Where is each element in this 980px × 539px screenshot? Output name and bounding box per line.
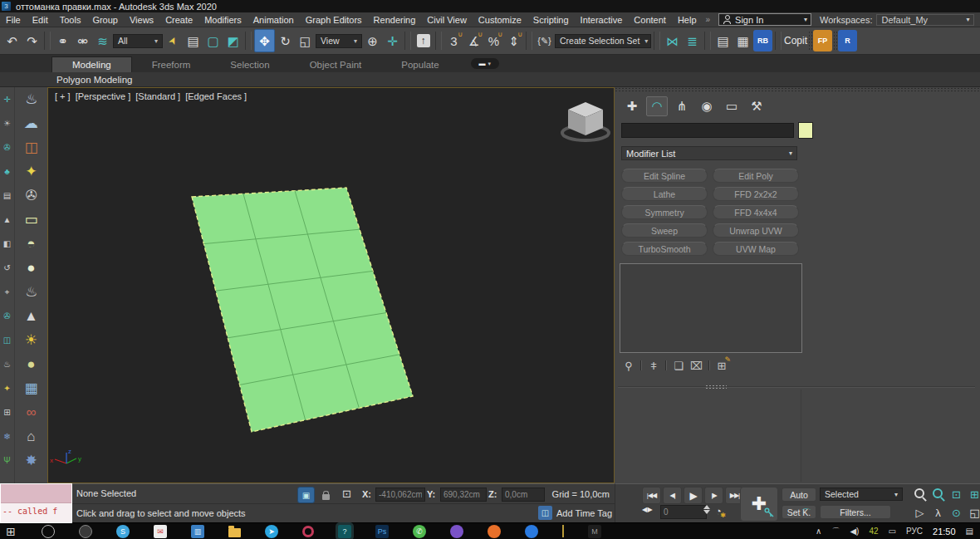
modifier-button[interactable]: UVW Map <box>713 242 799 256</box>
menu-item[interactable]: Tools <box>54 15 87 25</box>
z-coordinate-input[interactable] <box>502 488 545 502</box>
notification-center-icon[interactable]: ▤ <box>966 527 973 536</box>
language-indicator[interactable]: РУС <box>906 527 923 536</box>
menu-item[interactable]: Civil View <box>421 15 472 25</box>
workspace-dropdown[interactable]: Default_My <box>876 14 974 26</box>
taskbar-red-ring[interactable] <box>302 526 314 537</box>
snow-small-icon[interactable]: ❄ <box>0 424 14 448</box>
clock[interactable]: 21:50 <box>933 527 956 537</box>
taskbar-folder[interactable] <box>228 528 241 537</box>
time-configuration-icon[interactable]: ◔ <box>715 505 722 517</box>
target-small-icon[interactable]: ⌖ <box>0 280 14 304</box>
tablet-mode-icon[interactable]: ▭ <box>889 527 896 536</box>
listener-output-line[interactable]: -- called f <box>1 503 71 519</box>
cone-icon[interactable]: ▲ <box>15 304 47 328</box>
taskbar-mail[interactable]: ✉ <box>154 525 167 538</box>
menu-item[interactable]: Help <box>672 15 703 25</box>
layer-explorer-icon[interactable]: ▤ <box>713 30 733 51</box>
ribbon-tab[interactable]: Object Paint <box>290 57 382 72</box>
remove-modifier-icon[interactable]: ⌧ <box>690 358 703 373</box>
viewcube[interactable] <box>562 102 609 140</box>
taskbar-3dsmax-logo[interactable]: M <box>588 525 601 538</box>
selection-filter-dropdown[interactable]: All <box>113 30 163 51</box>
x-coordinate-input[interactable] <box>375 488 425 502</box>
box-small-icon[interactable]: ⊞ <box>0 400 14 424</box>
render-frame-icon[interactable]: ◫ <box>15 135 47 159</box>
select-object-icon[interactable]: ➤ <box>164 30 183 51</box>
menu-item[interactable]: File <box>0 15 27 25</box>
tab-hierarchy[interactable]: ⋔ <box>671 96 693 116</box>
ribbon-tab[interactable]: Selection <box>210 57 289 72</box>
taskbar-search[interactable] <box>42 525 55 538</box>
select-and-manipulate-icon[interactable]: ✛ <box>383 30 402 51</box>
scene-explorer-icon[interactable]: ▦ <box>733 30 752 51</box>
key-filters-icon[interactable]: ⌒ <box>801 507 811 521</box>
y-coordinate-input[interactable] <box>440 488 487 502</box>
menu-item[interactable]: Animation <box>247 15 300 25</box>
sphere-yellow-icon[interactable]: ● <box>15 352 47 376</box>
taskbar-orange-app[interactable] <box>488 525 501 538</box>
select-by-name-icon[interactable]: ▤ <box>184 30 203 51</box>
camera-icon[interactable]: ✇ <box>15 184 47 208</box>
menu-item[interactable]: Modifiers <box>198 15 247 25</box>
taskbar-whatsapp[interactable]: ✆ <box>413 525 426 538</box>
panel-drag-handle[interactable] <box>615 87 980 93</box>
ribbon-tab[interactable]: Modeling <box>51 56 132 72</box>
scatter-rock-icon[interactable]: ✸ <box>15 448 47 473</box>
teapot-small-icon[interactable]: ♨ <box>0 352 14 376</box>
menu-item[interactable]: Create <box>159 15 198 25</box>
modifier-button[interactable]: Sweep <box>621 223 708 238</box>
molecule-icon[interactable]: ∞ <box>15 400 47 424</box>
spire-small-icon[interactable]: ▲ <box>0 208 14 232</box>
spinner-snap-icon[interactable]: ⇕ <box>504 30 523 51</box>
key-filters-button[interactable]: Filters... <box>820 505 891 519</box>
taskbar-viber[interactable] <box>450 525 463 538</box>
current-frame-input[interactable] <box>660 505 707 519</box>
select-and-rotate-icon[interactable]: ↻ <box>276 30 295 51</box>
modifier-button[interactable]: Edit Poly <box>713 169 799 183</box>
taskbar-skype[interactable]: S <box>116 525 130 538</box>
tab-display[interactable]: ▭ <box>721 96 742 116</box>
taskbar-3dsmax[interactable]: ? <box>338 525 351 538</box>
plane-primitive-icon[interactable]: ▭ <box>15 208 47 232</box>
ribbon-tab[interactable]: Freeform <box>132 57 211 72</box>
menu-item[interactable]: Views <box>124 15 159 25</box>
viewport-general-menu[interactable]: [ + ] <box>55 91 71 101</box>
menu-item[interactable]: Customize <box>473 15 527 25</box>
show-end-result-icon[interactable]: ǂ <box>648 358 659 373</box>
snaps-toggle-icon[interactable]: 3 <box>444 30 463 51</box>
fov-icon[interactable]: ▷ <box>911 504 929 522</box>
viewport-shading-menu[interactable]: [Edged Faces ] <box>185 91 247 101</box>
menu-item[interactable]: Interactive <box>575 15 629 25</box>
perspective-viewport[interactable]: [ + ] [Perspective ] [Standard ] [Edged … <box>47 87 615 483</box>
ribbon-panel-title[interactable]: Polygon Modeling <box>56 75 132 85</box>
grass-small-icon[interactable]: Ψ <box>0 448 14 473</box>
modifier-button[interactable]: Lathe <box>621 187 708 201</box>
loop-small-icon[interactable]: ↺ <box>0 256 14 280</box>
teapot-render-icon[interactable]: ♨ <box>15 87 47 111</box>
taskbar-photoshop[interactable]: Ps <box>375 525 389 538</box>
add-time-tag-button[interactable]: Add Time Tag <box>556 508 612 518</box>
sun-small-icon[interactable]: ☀ <box>0 111 14 135</box>
menu-overflow-indicator[interactable]: » <box>703 15 714 24</box>
select-and-scale-icon[interactable]: ◱ <box>296 30 315 51</box>
zoom-icon[interactable] <box>911 486 929 503</box>
plane-object[interactable] <box>192 188 413 432</box>
bind-to-spacewarp-icon[interactable]: ≋ <box>93 30 112 51</box>
frame-spinner[interactable] <box>703 505 710 514</box>
zoom-extents-icon[interactable]: ⊡ <box>948 486 965 503</box>
copitor-button[interactable]: Copit <box>784 30 807 51</box>
tab-create[interactable]: ✚ <box>621 96 643 116</box>
camera-gizmo-icon[interactable]: ⌂ <box>15 424 47 448</box>
modifier-button[interactable]: Symmetry <box>621 205 708 219</box>
isolate-selection-toggle[interactable]: ▣ <box>297 487 315 503</box>
sign-in-dropdown[interactable]: Sign In <box>718 13 811 26</box>
tab-motion[interactable]: ◉ <box>696 96 718 116</box>
camera-small-icon[interactable]: ✇ <box>0 135 14 159</box>
configure-modifier-sets-icon[interactable]: ⊞ <box>716 358 728 373</box>
time-tag-icon[interactable]: ◫ <box>538 506 552 520</box>
menu-item[interactable]: Group <box>86 15 124 25</box>
r-plugin-badge[interactable]: R <box>838 30 857 51</box>
set-keys-button[interactable]: ✚ <box>740 487 778 522</box>
modifier-button[interactable]: Unwrap UVW <box>713 223 799 238</box>
